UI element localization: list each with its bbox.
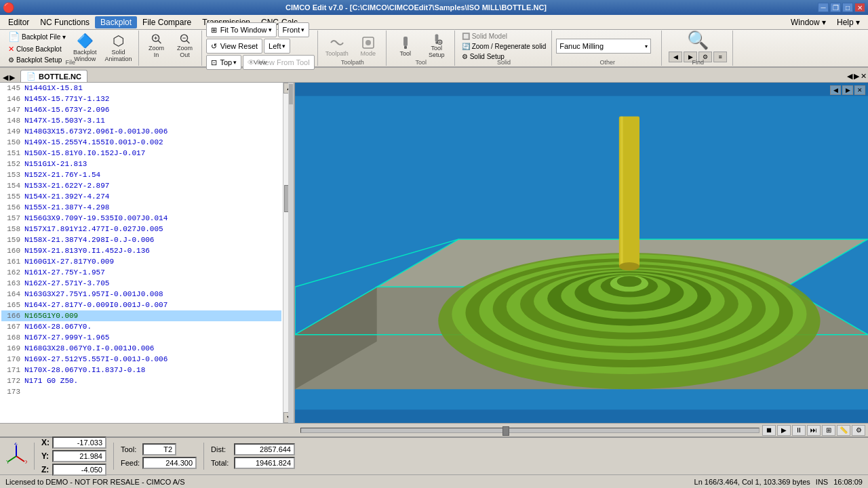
tab-bottle-nc[interactable]: 📄 BOTTLE.NC bbox=[20, 70, 87, 82]
dist-input[interactable] bbox=[234, 443, 295, 455]
code-line-169[interactable]: 169N168G3X28.067Y0.I-0.001J0.006 bbox=[1, 343, 281, 354]
code-line-154[interactable]: 154N153X-21.622Y-2.897 bbox=[1, 180, 281, 191]
menu-window[interactable]: Window ▾ bbox=[785, 16, 831, 28]
stop-button[interactable]: ⏹ bbox=[762, 425, 776, 436]
x-input[interactable] bbox=[52, 436, 106, 449]
line-number-149: 149 bbox=[3, 127, 24, 136]
x-label: X: bbox=[41, 438, 50, 447]
viewport-close[interactable]: ✕ bbox=[854, 85, 865, 95]
y-input[interactable] bbox=[52, 450, 106, 462]
code-line-149[interactable]: 149N148G3X15.673Y2.096I-0.001J0.006 bbox=[1, 126, 281, 137]
step-forward-button[interactable]: ⏭ bbox=[807, 425, 821, 436]
menu-help[interactable]: Help ▾ bbox=[831, 16, 865, 28]
code-line-158[interactable]: 158N157X17.891Y12.477I-0.027J0.005 bbox=[1, 224, 281, 235]
viewport-nav-left[interactable]: ◀ bbox=[830, 85, 841, 95]
restore-button[interactable]: ❐ bbox=[830, 3, 841, 12]
xyz-inputs: X: Y: Z: bbox=[41, 436, 106, 476]
play-button[interactable]: ▶ bbox=[777, 425, 791, 436]
backplot-window-button[interactable]: 🔷 BackplotWindow bbox=[70, 33, 100, 62]
menu-backplot[interactable]: Backplot bbox=[95, 16, 137, 28]
measure-button[interactable]: 📏 bbox=[837, 425, 850, 436]
code-line-150[interactable]: 150N149X-15.255Y4.155I0.001J-0.002 bbox=[1, 137, 281, 148]
code-line-170[interactable]: 170N169X-27.512Y5.557I-0.001J-0.006 bbox=[1, 354, 281, 365]
code-line-148[interactable]: 148N147X-15.503Y-3.11 bbox=[1, 115, 281, 126]
feed-input[interactable] bbox=[142, 457, 197, 469]
code-line-164[interactable]: 164N163G3X27.75Y1.957I-0.001J0.008 bbox=[1, 289, 281, 300]
tool-button[interactable]: Tool bbox=[391, 31, 420, 61]
code-line-160[interactable]: 160N159X-21.813Y0.I1.452J-0.136 bbox=[1, 245, 281, 256]
panel-close[interactable]: ✕ bbox=[861, 72, 867, 81]
z-input[interactable] bbox=[52, 464, 106, 476]
front-view-button[interactable]: Front ▾ bbox=[278, 22, 310, 37]
solid-animation-button[interactable]: ⬡ SolidAnimation bbox=[102, 33, 136, 62]
close-button[interactable]: ✕ bbox=[854, 3, 865, 12]
code-line-157[interactable]: 157N156G3X9.709Y-19.535I0.007J0.014 bbox=[1, 213, 281, 224]
code-line-171[interactable]: 171N170X-28.067Y0.I1.837J-0.18 bbox=[1, 365, 281, 375]
code-line-167[interactable]: 167N166X-28.067Y0. bbox=[1, 321, 281, 332]
3d-model bbox=[295, 83, 868, 423]
tool-input[interactable] bbox=[142, 443, 176, 455]
backplot-file-button[interactable]: 📄 Backplot File ▾ bbox=[5, 30, 68, 43]
zoom-regenerate-button[interactable]: 🔄Zoom / Regenerate solid bbox=[459, 42, 549, 51]
maximize-button[interactable]: □ bbox=[842, 3, 853, 12]
tool-setup-button[interactable]: ToolSetup bbox=[422, 31, 452, 61]
line-number-173: 173 bbox=[3, 388, 24, 396]
viewport-nav-right[interactable]: ▶ bbox=[842, 85, 853, 95]
backplot-setup-button[interactable]: ⚙ Backplot Setup bbox=[5, 56, 68, 64]
view-reset-button[interactable]: ↺ View Reset bbox=[206, 39, 263, 54]
mode-button[interactable]: Mode bbox=[353, 31, 383, 61]
feed-label: Feed: bbox=[121, 459, 140, 467]
code-line-161[interactable]: 161N160G1X-27.817Y0.009 bbox=[1, 256, 281, 267]
zoom-in-button[interactable]: ZoomIn bbox=[143, 31, 170, 61]
code-line-156[interactable]: 156N155X-21.387Y-4.298 bbox=[1, 202, 281, 213]
code-line-165[interactable]: 165N164X-27.817Y-0.009I0.001J-0.007 bbox=[1, 300, 281, 310]
code-line-152[interactable]: 152N151G1X-21.813 bbox=[1, 159, 281, 169]
code-line-172[interactable]: 172N171 G0 Z50. bbox=[1, 375, 281, 386]
progress-thumb[interactable] bbox=[502, 426, 509, 436]
fit-to-window-button[interactable]: ⊞ Fit To Window ▾ bbox=[206, 22, 277, 37]
svg-point-8 bbox=[366, 40, 371, 45]
menu-nc-functions[interactable]: NC Functions bbox=[35, 16, 95, 28]
viewport[interactable]: ◀ ▶ ✕ bbox=[295, 83, 868, 423]
zoom-out-button[interactable]: ZoomOut bbox=[172, 31, 199, 61]
line-number-154: 154 bbox=[3, 182, 24, 190]
menu-editor[interactable]: Editor bbox=[3, 16, 35, 28]
code-line-159[interactable]: 159N158X-21.387Y4.298I-0.J-0.006 bbox=[1, 235, 281, 245]
code-line-163[interactable]: 163N162X-27.571Y-3.705 bbox=[1, 278, 281, 289]
zoom-fit-button[interactable]: ⊞ bbox=[822, 425, 835, 436]
panel-scroll-right[interactable]: ▶ bbox=[854, 72, 859, 81]
menu-file-compare[interactable]: File Compare bbox=[137, 16, 197, 28]
find-prev-button[interactable]: ◀ bbox=[669, 52, 682, 62]
code-line-168[interactable]: 168N167X-27.999Y-1.965 bbox=[1, 332, 281, 343]
minimize-button[interactable]: ─ bbox=[818, 3, 829, 12]
code-line-147[interactable]: 147N146X-15.673Y-2.096 bbox=[1, 104, 281, 115]
code-line-151[interactable]: 151N150X-15.81Y0.I0.152J-0.017 bbox=[1, 148, 281, 159]
tool-feed-inputs: Tool: Feed: bbox=[121, 443, 197, 469]
find-options-button[interactable]: ≡ bbox=[713, 52, 727, 62]
controller-combo[interactable]: Fanuc Milling ▾ bbox=[556, 39, 651, 54]
total-input[interactable] bbox=[234, 457, 295, 469]
code-line-145[interactable]: 145N144G1X-15.81 bbox=[1, 83, 281, 94]
left-view-button[interactable]: Left ▾ bbox=[264, 39, 290, 54]
toolpath-button[interactable]: Toolpath bbox=[322, 31, 352, 61]
code-line-153[interactable]: 153N152X-21.76Y-1.54 bbox=[1, 169, 281, 180]
code-scrollbar[interactable]: ▲ ▼ bbox=[283, 83, 294, 423]
progress-track[interactable] bbox=[300, 428, 760, 433]
code-line-166[interactable]: 166N165G1Y0.009 bbox=[1, 310, 281, 321]
tab-scroll-right[interactable]: ▶ bbox=[9, 73, 15, 82]
code-line-155[interactable]: 155N154X-21.392Y-4.274 bbox=[1, 191, 281, 202]
line-content-163: N162X-27.571Y-3.705 bbox=[24, 279, 109, 287]
solid-model-button[interactable]: 🔲Solid Model bbox=[459, 32, 549, 41]
find-button[interactable]: 🔍 bbox=[687, 30, 709, 51]
code-line-162[interactable]: 162N161X-27.75Y-1.957 bbox=[1, 267, 281, 278]
mini-map-thumb[interactable] bbox=[289, 84, 293, 104]
top-view-button[interactable]: ⊡ Top ▾ bbox=[206, 55, 242, 70]
pause-button[interactable]: ⏸ bbox=[792, 425, 806, 436]
code-line-146[interactable]: 146N145X-15.771Y-1.132 bbox=[1, 94, 281, 104]
tab-scroll-left[interactable]: ◀ bbox=[3, 73, 8, 82]
settings-button[interactable]: ⚙ bbox=[852, 425, 865, 436]
controller-combo-arrow: ▾ bbox=[645, 43, 648, 49]
close-backplot-button[interactable]: ✕ Close Backplot bbox=[5, 44, 68, 54]
code-line-173[interactable]: 173 bbox=[1, 386, 281, 397]
panel-scroll-left[interactable]: ◀ bbox=[847, 72, 852, 81]
